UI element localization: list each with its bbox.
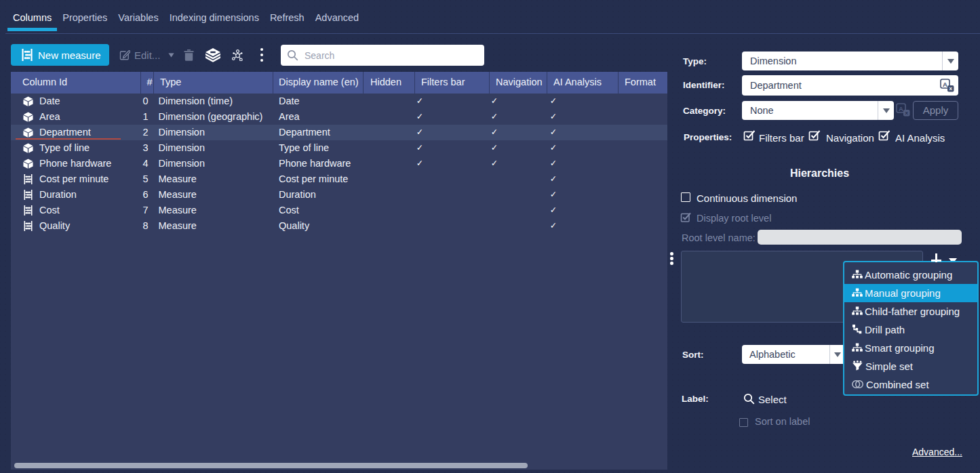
svg-text:A: A — [943, 81, 947, 88]
svg-text:x: x — [949, 85, 953, 91]
svg-text:x: x — [905, 110, 909, 116]
svg-text:A: A — [899, 105, 903, 112]
